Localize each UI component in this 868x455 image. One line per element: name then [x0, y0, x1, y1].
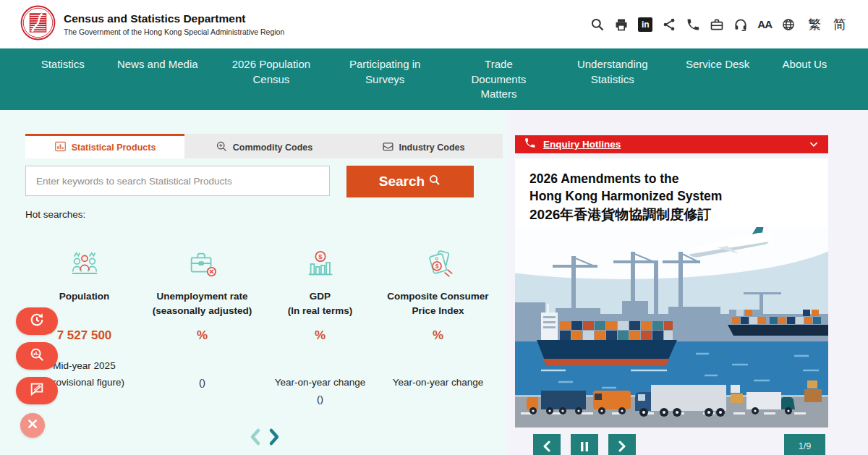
card-gdp[interactable]: $ GDP(In real terms) % Year-on-year chan… [261, 244, 379, 410]
cards-prev-icon[interactable] [248, 428, 263, 449]
card-value: % [261, 328, 379, 349]
card-value: % [143, 328, 261, 349]
chevron-down-icon[interactable] [808, 140, 820, 150]
nav-item-understanding-statistics[interactable]: Understanding Statistics [572, 57, 653, 110]
main-navigation: Statistics News and Media 2026 Populatio… [0, 48, 868, 110]
statistical-products-icon [54, 140, 67, 155]
tab-label: Industry Codes [399, 143, 465, 153]
carousel-next-button[interactable] [608, 434, 636, 455]
globe-icon[interactable] [781, 17, 796, 32]
linkedin-icon[interactable]: in [638, 17, 652, 32]
briefcase-x-icon [143, 244, 261, 285]
search-panel: Statistical Products Commodity Codes Ind… [25, 134, 503, 410]
site-subtitle: The Government of the Hong Kong Special … [64, 27, 284, 36]
lang-traditional-chinese[interactable]: 繁 [808, 16, 821, 33]
department-logo-link[interactable]: Census and Statistics Department The Gov… [20, 5, 284, 43]
card-unemployment-rate[interactable]: Unemployment rate(seasonally adjusted) %… [143, 244, 261, 410]
feedback-float-button[interactable] [16, 377, 58, 404]
search-button[interactable]: Search [346, 166, 474, 197]
nav-item-news-and-media[interactable]: News and Media [117, 57, 198, 110]
lang-simplified-chinese[interactable]: 简 [833, 16, 846, 33]
cards-pager [248, 428, 281, 449]
header-utility-icons: in AA 繁 简 [590, 16, 846, 33]
tab-commodity-codes[interactable]: Commodity Codes [184, 134, 344, 158]
phone-icon[interactable] [686, 17, 700, 32]
print-icon[interactable] [614, 17, 629, 32]
card-title: Composite Consumer Price Index [379, 289, 497, 327]
commodity-codes-icon [216, 140, 228, 155]
port-logistics-illustration [515, 227, 828, 428]
tab-industry-codes[interactable]: Industry Codes [344, 134, 503, 158]
font-size-icon[interactable]: AA [757, 18, 772, 30]
nav-item-trade-documents-matters[interactable]: Trade Documents Matters [458, 57, 539, 110]
population-icon [25, 244, 143, 285]
hot-searches-label: Hot searches: [25, 209, 503, 220]
card-value: % [379, 328, 497, 349]
carousel-prev-button[interactable] [533, 434, 561, 455]
cards-next-icon[interactable] [267, 428, 281, 449]
nav-item-statistics[interactable]: Statistics [41, 57, 85, 110]
carousel-pause-button[interactable] [571, 434, 598, 455]
card-footnote: Year-on-year change() [261, 360, 379, 410]
gdp-bars-coin-icon: $ [261, 244, 379, 285]
card-title: Unemployment rate(seasonally adjusted) [143, 289, 261, 327]
main-content: Statistical Products Commodity Codes Ind… [0, 110, 868, 455]
tab-statistical-products[interactable]: Statistical Products [25, 134, 184, 158]
nav-item-participating-in-surveys[interactable]: Participating in Surveys [344, 57, 425, 110]
tab-label: Statistical Products [72, 143, 156, 153]
carousel-slide-title: 2026 Amendments to the Hong Kong Harmoni… [515, 158, 828, 225]
search-icon[interactable] [590, 17, 605, 32]
department-logo-icon [20, 5, 56, 43]
history-icon [29, 312, 45, 331]
right-panel: Enquiry Hotlines 2026 Amendments to the … [515, 135, 828, 428]
business-services-icon[interactable] [710, 17, 724, 32]
card-footnote: () [143, 360, 261, 410]
card-title: GDP(In real terms) [261, 289, 379, 327]
close-float-buttons-button[interactable] [20, 413, 45, 438]
price-tags-icon: $ [379, 244, 497, 285]
search-statistics-icon [29, 346, 45, 365]
search-input[interactable] [25, 166, 330, 196]
enquiry-hotlines-banner[interactable]: Enquiry Hotlines [515, 135, 828, 153]
carousel-controls: 1/9 [515, 434, 828, 455]
card-composite-consumer-price-index[interactable]: $ Composite Consumer Price Index % Year-… [379, 244, 497, 410]
key-statistics-cards: Population 7 527 500 Mid-year 2025(provi… [25, 244, 503, 410]
share-icon[interactable] [662, 17, 676, 32]
promo-carousel-slide[interactable]: 2026 Amendments to the Hong Kong Harmoni… [515, 158, 828, 428]
enquiry-hotlines-label: Enquiry Hotlines [543, 139, 621, 150]
search-button-label: Search [379, 174, 425, 190]
site-header: Census and Statistics Department The Gov… [0, 0, 868, 48]
svg-text:$: $ [435, 263, 438, 270]
search-statistics-float-button[interactable] [16, 342, 58, 370]
tab-label: Commodity Codes [233, 143, 312, 153]
nav-item-service-desk[interactable]: Service Desk [686, 57, 749, 110]
svg-text:$: $ [318, 252, 323, 260]
card-footnote: Year-on-year change [379, 360, 497, 410]
industry-codes-icon [382, 140, 394, 155]
search-tabs: Statistical Products Commodity Codes Ind… [25, 134, 503, 158]
carousel-page-counter: 1/9 [784, 434, 825, 455]
phone-handset-icon [524, 137, 536, 152]
close-icon [27, 418, 38, 433]
history-float-button[interactable] [16, 307, 58, 335]
nav-item-2026-population-census[interactable]: 2026 Population Census [231, 57, 312, 110]
headset-icon[interactable] [733, 17, 748, 32]
site-title: Census and Statistics Department [64, 12, 284, 25]
nav-item-about-us[interactable]: About Us [783, 57, 827, 110]
feedback-icon [29, 381, 45, 400]
search-button-magnifier-icon [428, 174, 441, 190]
